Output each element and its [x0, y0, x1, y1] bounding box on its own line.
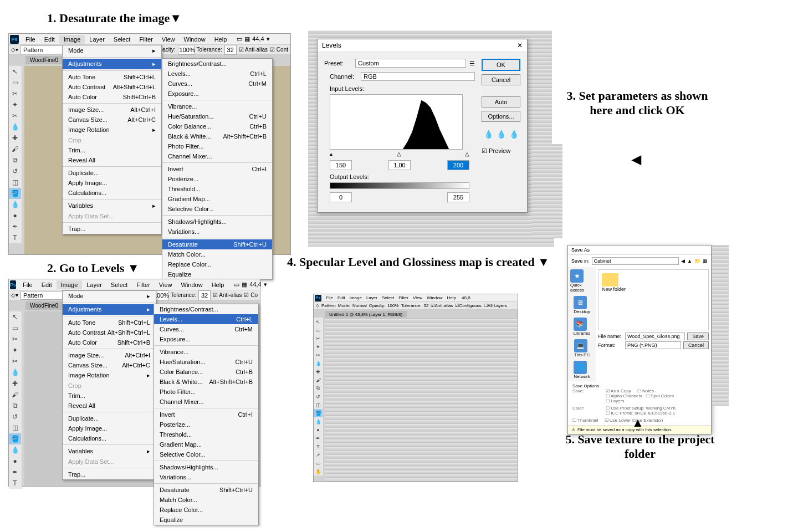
zoom-level[interactable]: 48,8 — [462, 295, 470, 300]
menu-duplicate[interactable]: Duplicate... — [63, 413, 156, 423]
slider-black-icon[interactable]: ▴ — [330, 151, 332, 157]
lowercase-check[interactable]: ☑ — [605, 418, 608, 423]
menu-trap[interactable]: Trap... — [63, 469, 156, 479]
folder-icon[interactable] — [602, 273, 618, 287]
adj-threshold[interactable]: Threshold... — [154, 429, 258, 439]
adj-matchcolor[interactable]: Match Color... — [162, 249, 272, 259]
type-tool-icon[interactable]: T — [314, 442, 323, 451]
adj-replacecolor[interactable]: Replace Color... — [154, 505, 258, 515]
contiguous-check[interactable]: ☑ Co — [244, 292, 258, 298]
wand-tool-icon[interactable]: ✦ — [9, 99, 21, 110]
menu-image[interactable]: Image — [57, 280, 83, 289]
bucket-tool-icon[interactable]: 🪣 — [314, 409, 323, 417]
up-icon[interactable]: ▲ — [687, 258, 692, 264]
menu-trim[interactable]: Trim... — [63, 391, 156, 401]
adj-channelmixer[interactable]: Channel Mixer... — [162, 151, 272, 161]
adj-shadows[interactable]: Shadows/Highlights... — [154, 462, 258, 472]
close-icon[interactable]: ✕ — [517, 42, 523, 49]
blur-tool-icon[interactable]: 💧 — [9, 444, 21, 456]
contiguous-check[interactable]: ☑ Cont — [270, 47, 288, 53]
preset-select[interactable]: Custom — [355, 59, 466, 68]
menu-rotation[interactable]: Image Rotation▸ — [63, 370, 156, 381]
tolerance-input[interactable]: 32 — [424, 303, 429, 308]
adj-gradientmap[interactable]: Gradient Map... — [162, 194, 272, 204]
adj-vibrance[interactable]: Vibrance... — [162, 101, 272, 111]
tool-preset-icon[interactable]: ◇▾ — [11, 47, 18, 53]
history-tool-icon[interactable]: ↺ — [9, 166, 21, 177]
eyedropper-black-icon[interactable]: 💧 — [484, 130, 493, 139]
adj-posterize[interactable]: Posterize... — [162, 174, 272, 184]
brush-tool-icon[interactable]: 🖌 — [9, 144, 21, 155]
menu-help[interactable]: Help — [445, 295, 458, 301]
menu-filter[interactable]: Filter — [132, 280, 154, 289]
filename-input[interactable]: Wood_Spec_Gloss.png — [625, 332, 685, 340]
tolerance-input[interactable]: 32 — [198, 290, 211, 300]
adj-bw[interactable]: Black & White...Alt+Shift+Ctrl+B — [154, 377, 258, 387]
adj-levels[interactable]: Levels...Ctrl+L — [154, 314, 258, 324]
ok-button[interactable]: OK — [482, 59, 520, 71]
bucket-tool-icon[interactable]: 🪣 — [9, 188, 21, 199]
eraser-tool-icon[interactable]: ◫ — [9, 177, 21, 188]
tool-preset-icon[interactable]: ◇ — [316, 303, 319, 308]
type-tool-icon[interactable]: T — [9, 232, 21, 243]
antialias-check[interactable]: ☑ Anti-alias — [239, 47, 268, 53]
adj-desaturate[interactable]: DesaturateShift+Ctrl+U — [162, 239, 272, 249]
dodge-tool-icon[interactable]: ● — [9, 456, 21, 467]
slider-white-icon[interactable]: △ — [465, 151, 469, 157]
crop-tool-icon[interactable]: ✂ — [9, 110, 21, 121]
channel-select[interactable]: RGB — [361, 72, 475, 81]
healing-tool-icon[interactable]: ✚ — [9, 378, 21, 389]
adj-replacecolor[interactable]: Replace Color... — [162, 259, 272, 269]
arrange-icon[interactable]: ▦ — [242, 281, 247, 288]
adj-selectivecolor[interactable]: Selective Color... — [154, 449, 258, 459]
opacity-input[interactable]: 100% — [387, 303, 398, 308]
opacity-input[interactable]: 100% — [178, 45, 195, 55]
adj-channelmixer[interactable]: Channel Mixer... — [154, 397, 258, 407]
newfolder-icon[interactable]: 📁 — [694, 258, 700, 264]
menu-reveal[interactable]: Reveal All — [63, 401, 156, 411]
adj-levels[interactable]: Levels...Ctrl+L — [162, 69, 272, 79]
adj-photofilter[interactable]: Photo Filter... — [154, 387, 258, 397]
input-black[interactable]: 150 — [330, 160, 352, 170]
menu-window[interactable]: Window — [180, 35, 210, 44]
adj-variations[interactable]: Variations... — [154, 472, 258, 482]
format-select[interactable]: PNG (*.PNG) — [625, 341, 681, 349]
output-gradient[interactable] — [330, 182, 469, 189]
document-tab[interactable]: WoodFine0 — [25, 301, 63, 310]
input-mid[interactable]: 1,00 — [388, 160, 411, 170]
menu-select[interactable]: Select — [106, 280, 132, 289]
menu-file[interactable]: File — [18, 280, 37, 289]
menu-edit[interactable]: Edit — [335, 295, 347, 301]
menu-view[interactable]: View — [411, 295, 424, 301]
menu-applydata[interactable]: Apply Data Set... — [63, 211, 161, 221]
contiguous-check[interactable]: ☑Contiguous — [455, 303, 481, 308]
menu-autocolor[interactable]: Auto ColorShift+Ctrl+B — [63, 337, 156, 347]
thispc-icon[interactable]: 💻 — [574, 339, 587, 352]
adj-curves[interactable]: Curves...Ctrl+M — [154, 324, 258, 334]
menu-window[interactable]: Window — [424, 295, 444, 301]
pen-tool-icon[interactable]: ✒ — [314, 434, 323, 442]
adj-equalize[interactable]: Equalize — [162, 269, 272, 279]
path-tool-icon[interactable]: ↗ — [314, 451, 323, 459]
menu-image[interactable]: Image — [347, 295, 364, 301]
crop-tool-icon[interactable]: ✂ — [9, 356, 21, 367]
menu-canvassize[interactable]: Canvas Size...Alt+Ctrl+C — [63, 115, 161, 125]
adj-invert[interactable]: InvertCtrl+I — [154, 410, 258, 420]
antialias-check[interactable]: ☑Anti-alias — [431, 303, 453, 308]
menu-adjustments[interactable]: Adjustments▸ — [63, 304, 156, 315]
arrange-icon[interactable]: ▦ — [244, 35, 250, 43]
healing-tool-icon[interactable]: ✚ — [314, 367, 323, 376]
menu-crop[interactable]: Crop — [63, 381, 156, 391]
stamp-tool-icon[interactable]: ⧉ — [314, 384, 323, 392]
adj-desaturate[interactable]: DesaturateShift+Ctrl+U — [154, 485, 258, 495]
output-white[interactable]: 255 — [447, 192, 469, 202]
adj-colorbalance[interactable]: Color Balance...Ctrl+B — [162, 121, 272, 131]
pen-tool-icon[interactable]: ✒ — [9, 221, 21, 232]
adj-variations[interactable]: Variations... — [162, 227, 272, 237]
menu-edit[interactable]: Edit — [37, 280, 57, 289]
brush-tool-icon[interactable]: 🖌 — [9, 389, 21, 400]
quick-access-icon[interactable]: ★ — [570, 269, 584, 283]
slider-mid-icon[interactable]: △ — [397, 151, 401, 157]
menu-filter[interactable]: Filter — [396, 295, 411, 301]
adj-equalize[interactable]: Equalize — [154, 515, 258, 525]
